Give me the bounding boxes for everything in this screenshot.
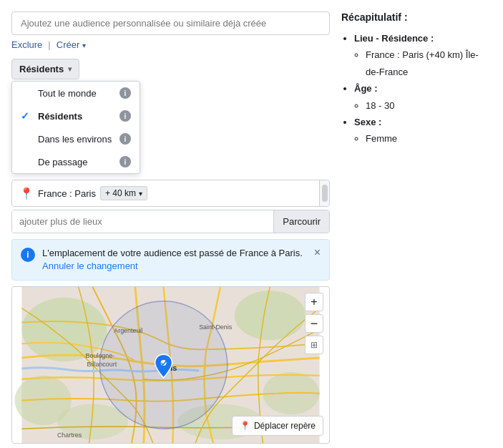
checkmark-passage-icon: [21, 156, 32, 167]
residents-dropdown-btn[interactable]: Résidents ▾: [11, 59, 79, 79]
annuler-changement-link[interactable]: Annuler le changement: [42, 260, 138, 271]
recap-item-sexe: Sexe : Femme: [354, 114, 492, 147]
recap-age-label: Âge :: [354, 83, 378, 94]
km-arrow-icon: ▾: [139, 190, 142, 198]
recap-sexe-sub: Femme: [354, 130, 492, 147]
recap-age-value: 18 - 30: [366, 97, 492, 114]
svg-text:Saint-Denis: Saint-Denis: [199, 324, 233, 331]
right-panel: Récapitulatif : Lieu - Résidence : Franc…: [341, 11, 492, 448]
location-pin-small-icon: 📍: [240, 421, 250, 431]
map-fullscreen-button[interactable]: ⊞: [305, 336, 323, 354]
dropdown-item-tout-le-monde[interactable]: Tout le monde i: [12, 82, 140, 104]
recap-item-age: Âge : 18 - 30: [354, 80, 492, 114]
info-icon-residents[interactable]: i: [119, 110, 131, 122]
svg-text:Boulogne-: Boulogne-: [86, 352, 115, 359]
scrollbar[interactable]: [319, 180, 329, 206]
location-search-input[interactable]: [12, 210, 273, 233]
checkmark-icon: [21, 87, 32, 99]
parcourir-button[interactable]: Parcourir: [273, 210, 329, 233]
location-tag-label: France : Paris: [38, 188, 96, 199]
deplacer-repere-button[interactable]: 📍 Déplacer repère: [232, 416, 323, 436]
svg-text:Chartres: Chartres: [57, 432, 82, 439]
map-zoom-in-button[interactable]: +: [305, 293, 323, 311]
exclure-link[interactable]: Exclure: [11, 39, 42, 50]
location-input-row: Parcourir: [11, 210, 330, 233]
info-banner-icon: i: [21, 248, 35, 262]
svg-text:Argenteuil: Argenteuil: [114, 328, 142, 335]
deplacer-label: Déplacer repère: [254, 421, 316, 431]
map-zoom-out-button[interactable]: −: [305, 314, 323, 333]
info-banner-message: L'emplacement de votre audience est pass…: [42, 248, 303, 258]
info-icon-passage[interactable]: i: [119, 156, 131, 167]
checkmark-environs-icon: [21, 133, 32, 145]
map-container[interactable]: Argenteuil Saint-Denis Boulogne- Billanc…: [11, 286, 330, 444]
location-km-left: 📍 France : Paris + 40 km ▾: [12, 180, 319, 206]
dropdown-item-residents[interactable]: ✓ Résidents i: [12, 104, 140, 127]
info-banner-text: L'emplacement de votre audience est pass…: [42, 247, 307, 273]
recap-sexe-label: Sexe :: [354, 117, 381, 127]
dropdown-arrow-icon: ▾: [68, 65, 72, 73]
info-icon-tout[interactable]: i: [119, 87, 131, 99]
scroll-thumb: [322, 185, 328, 202]
recap-item-lieu: Lieu - Résidence : France : Paris (+40 k…: [354, 30, 492, 80]
svg-point-2: [235, 291, 306, 340]
km-label: + 40 km: [105, 188, 136, 198]
location-pin-icon: 📍: [19, 187, 34, 200]
map-controls: + − ⊞: [305, 293, 323, 354]
recap-title: Récapitulatif :: [341, 11, 492, 23]
dropdown-item-de-passage[interactable]: De passage i: [12, 150, 140, 173]
svg-text:Billancourt: Billancourt: [87, 361, 117, 368]
links-separator: |: [48, 39, 50, 50]
recap-lieu-label: Lieu - Résidence :: [354, 33, 434, 44]
dropdown-btn-label: Résidents: [19, 64, 64, 74]
recap-lieu-sub: France : Paris (+40 km) Île-de-France: [354, 47, 492, 80]
km-badge[interactable]: + 40 km ▾: [100, 186, 147, 200]
creer-link[interactable]: Créer ▾: [57, 39, 86, 50]
recap-sexe-value: Femme: [366, 130, 492, 147]
checkmark-residents-icon: ✓: [21, 110, 32, 122]
recap-age-sub: 18 - 30: [354, 97, 492, 114]
dropdown-item-dans-environs[interactable]: Dans les environs i: [12, 127, 140, 150]
info-banner-close-icon[interactable]: ×: [314, 247, 321, 258]
links-row: Exclure | Créer ▾: [11, 39, 330, 50]
dropdown-menu: Tout le monde i ✓ Résidents i Dans les e…: [11, 81, 140, 174]
audience-input[interactable]: [11, 11, 330, 35]
recap-lieu-value: France : Paris (+40 km) Île-de-France: [366, 47, 492, 80]
recap-list: Lieu - Résidence : France : Paris (+40 k…: [341, 30, 492, 147]
info-banner: i L'emplacement de votre audience est pa…: [11, 239, 330, 281]
location-km-row: 📍 France : Paris + 40 km ▾: [11, 180, 330, 207]
info-icon-environs[interactable]: i: [119, 133, 131, 145]
